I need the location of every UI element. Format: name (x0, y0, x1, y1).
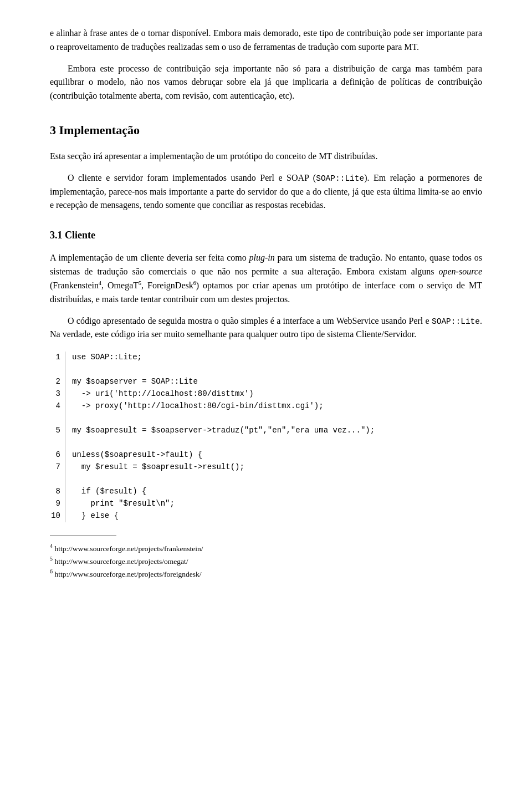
line-number: 9 (50, 498, 65, 510)
code-content (72, 364, 76, 376)
code-line: 6unless($soapresult->fault) { (50, 449, 482, 461)
subsection31-para1-end: (Frankenstein (50, 281, 99, 290)
footnote: 5 http://www.sourceforge.net/projects/om… (50, 554, 482, 567)
code-content: unless($soapresult->fault) { (72, 449, 202, 461)
code-line: 9 print "$result\n"; (50, 498, 482, 510)
line-number: 4 (50, 400, 65, 413)
line-number: 7 (50, 461, 65, 474)
subsection31-heading: 3.1 Cliente (50, 228, 482, 243)
section3-para2-code: SOAP::Lite (316, 174, 364, 183)
code-content: print "$result\n"; (72, 498, 175, 510)
line-number: 10 (50, 510, 65, 522)
code-line: 1use SOAP::Lite; (50, 352, 482, 364)
subsection31-para1-pre: A implementação de um cliente deveria se… (50, 253, 249, 262)
subsection31-para1-cont: , OmegaT (101, 281, 139, 290)
code-line: 10 } else { (50, 510, 482, 522)
intro-paragraph: e alinhar à frase antes de o tornar disp… (50, 27, 482, 54)
code-content: my $result = $soapresult->result(); (72, 461, 244, 474)
code-content: use SOAP::Lite; (72, 352, 142, 364)
subsection31-para2: O código apresentado de seguida mostra o… (50, 314, 482, 342)
line-number: 2 (50, 376, 65, 388)
code-block: 1use SOAP::Lite; 2my $soapserver = SOAP:… (50, 352, 482, 522)
code-line: 5my $soapresult = $soapserver->traduz("p… (50, 425, 482, 437)
subsection31-para1: A implementação de um cliente deveria se… (50, 251, 482, 307)
subsection31-para1-cont2: , ForeignDesk (141, 281, 193, 290)
section3-para2: O cliente e servidor foram implementados… (50, 171, 482, 212)
line-number: 8 (50, 486, 65, 498)
line-number: 1 (50, 352, 65, 364)
section3-heading: 3 Implementação (50, 121, 482, 140)
footnote-number: 6 (50, 568, 53, 574)
code-content (72, 413, 76, 425)
para2: Embora este processo de contribuição sej… (50, 62, 482, 103)
line-number (50, 413, 65, 425)
line-number (50, 474, 65, 486)
section3-para1: Esta secção irá apresentar a implementaç… (50, 150, 482, 164)
code-content: my $soapserver = SOAP::Lite (72, 376, 198, 388)
code-line (50, 364, 482, 376)
code-line: 7 my $result = $soapresult->result(); (50, 461, 482, 474)
footnotes: 4 http://www.sourceforge.net/projects/fr… (50, 542, 482, 579)
code-line (50, 413, 482, 425)
code-content (72, 437, 76, 449)
line-number (50, 437, 65, 449)
code-content: } else { (72, 510, 119, 522)
footnote: 4 http://www.sourceforge.net/projects/fr… (50, 542, 482, 554)
footnote-divider (50, 536, 116, 536)
code-line (50, 474, 482, 486)
code-line: 8 if ($result) { (50, 486, 482, 498)
footnote-number: 5 (50, 556, 53, 562)
footnote-number: 4 (50, 543, 53, 549)
line-number (50, 364, 65, 376)
code-line: 3 -> uri('http://localhost:80/disttmx') (50, 388, 482, 400)
code-content (72, 474, 76, 486)
code-content: my $soapresult = $soapserver->traduz("pt… (72, 425, 375, 437)
code-line: 2my $soapserver = SOAP::Lite (50, 376, 482, 388)
code-line: 4 -> proxy('http://localhost:80/cgi-bin/… (50, 400, 482, 413)
section3-para2-text: O cliente e servidor foram implementados… (68, 173, 316, 182)
subsection31-para1-em: plug-in (249, 253, 275, 262)
code-content: -> uri('http://localhost:80/disttmx') (72, 388, 254, 400)
line-number: 6 (50, 449, 65, 461)
line-number: 3 (50, 388, 65, 400)
subsection31-para2-pre: O código apresentado de seguida mostra o… (68, 316, 432, 325)
page: e alinhar à frase antes de o tornar disp… (0, 0, 532, 794)
subsection31-para2-code: SOAP::Lite (432, 317, 480, 326)
code-line (50, 437, 482, 449)
code-content: -> proxy('http://localhost:80/cgi-bin/di… (72, 400, 324, 413)
subsection31-para1-em2: open-source (439, 267, 483, 276)
footnote: 6 http://www.sourceforge.net/projects/fo… (50, 567, 482, 580)
code-content: if ($result) { (72, 486, 146, 498)
line-number: 5 (50, 425, 65, 437)
